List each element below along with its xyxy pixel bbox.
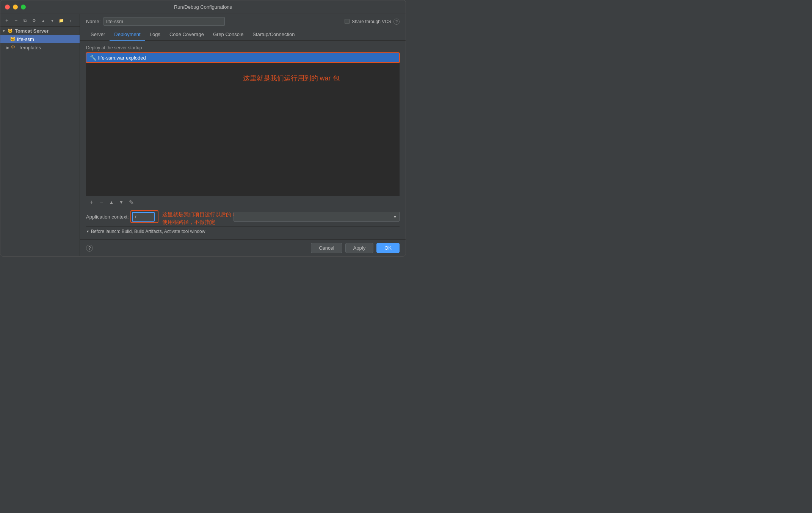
window-controls	[5, 5, 26, 9]
expand-arrow-icon: ▼	[2, 29, 6, 33]
sidebar-toolbar: + − ⧉ ⚙ ▲ ▼ 📁 ↕	[0, 16, 80, 27]
deploy-move-up-button[interactable]: ▲	[107, 198, 116, 206]
app-context-label: Application context:	[86, 214, 129, 220]
name-label: Name:	[86, 19, 100, 24]
war-exploded-icon: 🔧	[90, 55, 96, 61]
tab-startup-connection[interactable]: Startup/Connection	[248, 29, 299, 41]
sidebar-item-tomcat-server[interactable]: ▼ 🐱 Tomcat Server	[0, 27, 80, 35]
sidebar: + − ⧉ ⚙ ▲ ▼ 📁 ↕ ▼ 🐱 Tomcat Server 🐱 life…	[0, 14, 80, 256]
main-layout: + − ⧉ ⚙ ▲ ▼ 📁 ↕ ▼ 🐱 Tomcat Server 🐱 life…	[0, 14, 406, 256]
tomcat-icon: 🐱	[7, 28, 13, 34]
tab-logs[interactable]: Logs	[145, 29, 165, 41]
collapse-arrow-icon: ▶	[6, 46, 9, 50]
cancel-button[interactable]: Cancel	[311, 243, 342, 253]
add-config-button[interactable]: +	[3, 17, 10, 24]
content-area: Name: Share through VCS ? Server Deploym…	[80, 14, 406, 256]
name-row: Name: Share through VCS ?	[80, 14, 406, 29]
share-vcs-checkbox[interactable]	[345, 19, 350, 24]
tab-grep-console[interactable]: Grep Console	[208, 29, 248, 41]
share-help-icon[interactable]: ?	[393, 19, 400, 25]
sort-button[interactable]: ↕	[67, 17, 74, 24]
titlebar: Run/Debug Configurations	[0, 0, 406, 14]
deploy-item-life-ssm-war[interactable]: 🔧 life-ssm:war exploded	[86, 53, 400, 63]
settings-button[interactable]: ⚙	[31, 17, 38, 24]
folder-button[interactable]: 📁	[58, 17, 65, 24]
move-down-button[interactable]: ▼	[49, 17, 56, 24]
move-up-button[interactable]: ▲	[40, 17, 47, 24]
tabs-row: Server Deployment Logs Code Coverage Gre…	[80, 29, 406, 41]
minimize-button[interactable]	[13, 5, 18, 9]
close-button[interactable]	[5, 5, 10, 9]
deploy-remove-button[interactable]: −	[97, 198, 106, 206]
footer-help-button[interactable]: ?	[86, 245, 93, 252]
share-vcs-label: Share through VCS	[352, 19, 391, 24]
window-title: Run/Debug Configurations	[174, 4, 232, 10]
ok-button[interactable]: OK	[376, 243, 400, 253]
deploy-section-label: Deploy at the server startup	[86, 45, 400, 50]
share-vcs-row: Share through VCS ?	[345, 19, 400, 25]
deployment-tab-content: Deploy at the server startup 🔧 life-ssm:…	[80, 41, 406, 239]
deploy-item-outer: 🔧 life-ssm:war exploded	[86, 53, 400, 63]
deploy-move-down-button[interactable]: ▼	[117, 198, 125, 206]
tab-server[interactable]: Server	[86, 29, 110, 41]
maximize-button[interactable]	[21, 5, 26, 9]
run-debug-configurations-window: Run/Debug Configurations + − ⧉ ⚙ ▲ ▼ 📁 ↕…	[0, 0, 406, 256]
tomcat-server-label: Tomcat Server	[15, 28, 49, 34]
app-context-input[interactable]	[132, 212, 155, 222]
remove-config-button[interactable]: −	[13, 17, 19, 24]
life-ssm-icon: 🐱	[9, 36, 16, 42]
name-input[interactable]	[103, 17, 225, 26]
context-dropdown[interactable]: ▼	[234, 212, 400, 222]
life-ssm-label: life-ssm	[17, 36, 34, 42]
deploy-area: 🔧 life-ssm:war exploded 这里就是我们运行用到的 war …	[86, 53, 400, 195]
deploy-toolbar: + − ▲ ▼ ✎	[86, 195, 400, 209]
app-context-input-wrapper: 这里就是我们项目运行以后的 context-path 使用根路径，不做指定 ▼	[132, 212, 400, 222]
tab-deployment[interactable]: Deployment	[110, 29, 145, 41]
tab-code-coverage[interactable]: Code Coverage	[165, 29, 208, 41]
footer: ? Cancel Apply OK	[80, 239, 406, 256]
deploy-add-button[interactable]: +	[88, 198, 96, 206]
application-context-row: Application context: 这里就是我们项目运行以后的 conte…	[86, 209, 400, 223]
app-context-inner-row: Application context: 这里就是我们项目运行以后的 conte…	[86, 209, 400, 223]
deploy-edit-button[interactable]: ✎	[127, 198, 135, 206]
deploy-item-label: life-ssm:war exploded	[98, 55, 146, 61]
copy-config-button[interactable]: ⧉	[22, 17, 28, 24]
templates-icon: ⚙	[11, 44, 17, 50]
apply-button[interactable]: Apply	[345, 243, 374, 253]
dropdown-arrow-icon: ▼	[393, 215, 397, 219]
sidebar-item-life-ssm[interactable]: 🐱 life-ssm	[0, 35, 80, 43]
sidebar-item-templates[interactable]: ▶ ⚙ Templates	[0, 43, 80, 52]
before-launch-expand-icon[interactable]: ▼	[86, 230, 89, 233]
before-launch-row: ▼ Before launch: Build, Build Artifacts,…	[86, 226, 400, 236]
before-launch-label: Before launch: Build, Build Artifacts, A…	[91, 229, 205, 234]
templates-label: Templates	[19, 45, 41, 50]
deploy-blank-area	[86, 63, 400, 195]
